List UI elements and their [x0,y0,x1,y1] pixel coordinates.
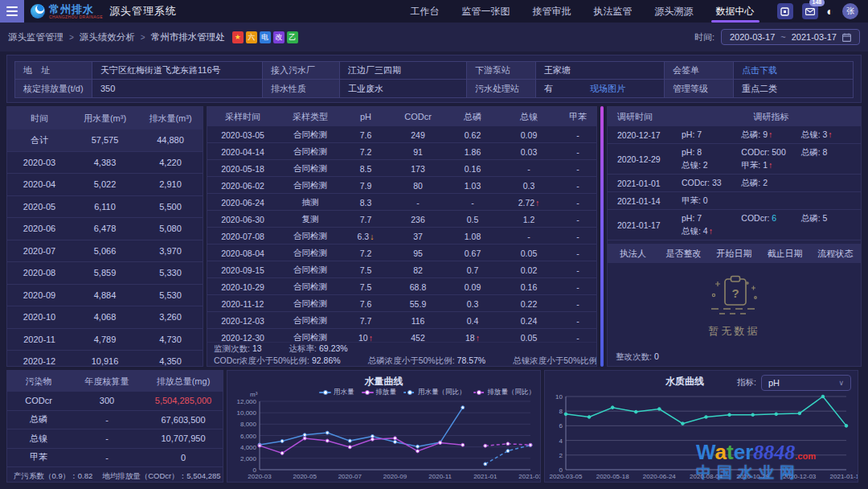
pollutant-footer: 产污系数（0.9）：0.82 地均排放量（CODcr）：5,504,285 mg… [7,467,223,483]
cell: 2,910 [138,174,203,195]
cell: - [559,261,596,278]
info-label: 核定排放量(t/d) [15,80,92,97]
cell: 2020-06-02 [207,177,278,194]
breadcrumb-item[interactable]: 源头监管管理 [8,31,63,43]
indicator-select[interactable]: pH ∨ [761,375,851,391]
legend-item[interactable]: 用水量 [319,388,354,397]
cell: 2020-06 [7,218,72,240]
legend-line-icon [362,392,374,393]
download-link[interactable]: 点击下载 [742,65,777,75]
column-header: 截止日期 [760,244,810,263]
empty-clipboard-icon: ? [705,273,764,320]
cell: - [559,194,596,211]
cell: 合同检测 [278,228,342,244]
cell: 4,383 [72,152,138,174]
legend-item[interactable]: 排放量（同比） [473,388,536,397]
survey-section: 调研时间 调研指标 2020-12-17pH: 7总磷: 9↑总镍: 3↑202… [608,107,861,244]
indicator-control: 指标: pH ∨ [737,375,851,391]
survey-indicator: 甲苯: 0 [682,195,741,206]
cell: 1.86 [447,143,498,160]
info-label-text: 地 址 [23,64,50,76]
date-start: 2020-03-17 [730,32,775,42]
survey-date: 2021-01-01 [608,179,682,188]
nav-menu-item[interactable]: 监管一张图 [462,0,510,23]
cell: 0.5 [447,211,498,228]
survey-indicators: CODcr: 33总磷: 2 [682,178,861,188]
nav-menu-item[interactable]: 接管审批 [533,0,571,23]
date-range-picker[interactable]: 2020-03-17 ~ 2021-03-17 [721,29,860,45]
info-value: 天宁区红梅街道飞龙东路116号 [92,62,263,80]
table-row: 2020-12-30合同检测10↑45218↑0.05- [207,329,596,342]
cell: 2020-12-30 [207,329,278,342]
cell: 6,478 [72,218,138,240]
table-row: 2020-03-05合同检测7.62490.620.09- [207,126,596,143]
info-label-text: 核定排放量(t/d) [23,83,84,95]
nav-menu-item[interactable]: 源头溯源 [655,0,694,23]
cell: 2020-10-29 [207,278,278,295]
scrollbar-divider[interactable] [600,106,604,367]
cell: 总镍 [7,429,70,448]
cell: 0.7 [447,261,498,278]
breadcrumb-item[interactable]: 源头绩效分析 [80,31,135,43]
cell: 1.03 [447,177,498,194]
cell: 0.03 [498,143,559,160]
column-header: 污染物 [7,371,70,392]
photo-link[interactable]: 现场图片 [590,84,625,93]
legend-item[interactable]: 用水量（同比） [403,388,466,397]
rectify-count: 整改次数:0 [608,348,861,366]
legend-dot-icon [365,390,370,395]
info-value-text: 重点二类 [742,83,777,95]
stats-line-1: 监测次数:13达标率:69.23% [214,343,590,354]
mail-icon[interactable]: 148 [802,3,818,19]
column-header: 流程状态 [810,244,861,263]
cell: 300 [70,392,144,410]
cell: - [559,244,596,261]
bottom-row: 污染物年度核算量排放总量(mg)CODcr3005,504,285,000总磷-… [6,370,862,483]
cell: 2020-09 [7,285,72,306]
tag-badge-icon[interactable]: 乙 [287,31,298,43]
date-separator: ~ [780,32,785,42]
nav-menu-item[interactable]: 工作台 [411,0,440,23]
user-avatar[interactable]: 张 [842,3,858,19]
svg-text:2020-05: 2020-05 [293,473,317,480]
legend-item[interactable]: 排放量 [362,388,397,397]
menu-toggle-button[interactable] [0,0,24,23]
cell: 91 [389,143,447,160]
table-row: 合计57,57544,880 [7,129,203,152]
svg-text:2020-07: 2020-07 [338,473,362,480]
tag-badge-icon[interactable]: ★ [232,31,244,43]
pollutant-panel: 污染物年度核算量排放总量(mg)CODcr3005,504,285,000总磷-… [6,370,223,483]
cell: 2020-04 [7,174,72,195]
sampling-table[interactable]: 采样时间采样类型pHCODcr总磷总镍甲苯2020-03-05合同检测7.624… [207,107,596,342]
svg-text:2020-06-24: 2020-06-24 [643,473,676,480]
cell: - [559,278,596,295]
cell: 2020-10 [7,306,72,328]
nav-menu-item[interactable]: 执法监管 [594,0,633,23]
cell: 10,916 [72,351,138,367]
tag-badge-icon[interactable]: 六 [246,31,257,43]
svg-text:2020-09: 2020-09 [383,473,407,480]
nav-menu-item[interactable]: 数据中心 [716,0,755,23]
cell: 5,080 [138,218,203,240]
column-header: 排水量(m³) [138,107,203,129]
cell: 2020-05 [7,196,72,218]
info-label-text: 下游泵站 [475,64,510,76]
cell: 0.24 [498,312,559,329]
arrow-up-icon: ↑ [768,160,772,170]
arrow-up-icon: ↑ [535,198,539,208]
arrow-up-icon: ↑ [369,333,373,343]
survey-header-indicators: 调研指标 [682,111,861,123]
table-row: 2020-104,0683,260 [7,306,203,329]
legend-line-icon [473,392,485,393]
breadcrumb-item[interactable]: 常州市排水管理处 [151,31,225,43]
cell: 4,350 [138,351,203,367]
survey-indicator: pH: 7 [682,129,741,140]
fullscreen-icon[interactable] [777,3,793,19]
survey-row: 2021-01-17pH: 7CODcr: 6总磷: 5总镍: 4↑ [608,210,861,240]
cell: 82 [389,261,447,278]
svg-text:4,000: 4,000 [240,444,257,451]
tag-badge-icon[interactable]: 电 [260,31,271,43]
cell: 37 [389,228,447,244]
tag-badge-icon[interactable]: 改 [273,31,285,43]
theme-toggle-icon[interactable]: ◐ [827,6,833,17]
